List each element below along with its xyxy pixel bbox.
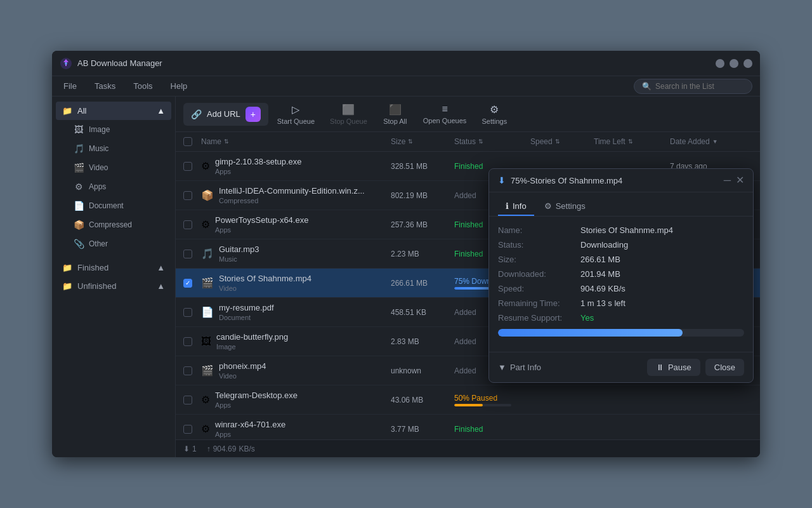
chevron-up-icon: ▲	[157, 106, 165, 116]
status-sort-icon: ⇅	[478, 138, 483, 145]
row6-checkbox[interactable]	[183, 308, 192, 317]
apps-file-icon3: ⚙	[201, 394, 210, 406]
paused-status: 50% Paused	[454, 394, 530, 406]
menu-tools[interactable]: Tools	[129, 79, 156, 93]
gear-icon: ⚙	[490, 104, 499, 116]
popup-progress-section	[498, 329, 744, 337]
sidebar-item-video[interactable]: 🎬 Video	[56, 158, 171, 177]
other-icon: 📎	[74, 239, 84, 249]
table-row[interactable]: ⚙ winrar-x64-701.exe Apps 3.77 MB Finish…	[176, 415, 760, 439]
popup-progress-bar-bg	[498, 329, 744, 337]
row1-checkbox[interactable]	[183, 162, 192, 171]
name-sort-icon: ⇅	[224, 138, 229, 145]
settings-button[interactable]: ⚙ Settings	[475, 100, 513, 129]
popup-titlebar: ⬇ 75%-Stories Of Shahnme.mp4 ─ ✕	[489, 169, 753, 192]
popup-tab-info[interactable]: ℹ Info	[498, 197, 534, 216]
file-info: Guitar.mp3 Music	[219, 244, 259, 263]
col-size: Size ⇅	[391, 137, 454, 146]
row2-checkbox[interactable]	[183, 191, 192, 200]
menu-tasks[interactable]: Tasks	[91, 79, 119, 93]
file-info: gimp-2.10.38-setup.exe Apps	[215, 157, 302, 175]
main-window: AB Download Manager ─ □ ✕ File Tasks Too…	[52, 51, 760, 457]
download-count-icon: ⬇	[183, 444, 190, 453]
popup-close-button[interactable]: ✕	[736, 175, 744, 185]
file-info: my-resume.pdf Document	[219, 303, 274, 321]
popup-tabs: ℹ Info ⚙ Settings	[489, 192, 753, 217]
col-status: Status ⇅	[454, 137, 530, 146]
apps-file-icon4: ⚙	[201, 423, 210, 435]
app-title: AB Download Manager	[77, 58, 162, 68]
file-info: phoneix.mp4 Video	[219, 361, 266, 380]
compressed-file-icon: 📦	[201, 189, 214, 201]
sidebar-item-all[interactable]: 📁 All ▲	[56, 102, 171, 120]
info-size-row: Size: 266.61 MB	[498, 255, 744, 264]
row3-checkbox[interactable]	[183, 220, 192, 229]
row5-checkbox[interactable]: ✓	[183, 279, 192, 288]
sidebar-item-compressed[interactable]: 📦 Compressed	[56, 215, 171, 234]
stop-all-button[interactable]: ⬛ Stop All	[376, 100, 414, 129]
table-row[interactable]: ⚙ Telegram-Desktop.exe Apps 43.06 MB 50%…	[176, 385, 760, 415]
video-file-icon: 🎬	[201, 277, 214, 289]
file-info: Telegram-Desktop.exe Apps	[215, 391, 298, 409]
play-icon: ▷	[292, 104, 299, 116]
add-url-plus-icon: +	[246, 107, 261, 122]
col-time-left: Time Left ⇅	[594, 137, 670, 146]
sidebar-item-music[interactable]: 🎵 Music	[56, 139, 171, 158]
video-icon: 🎬	[74, 163, 84, 173]
sidebar-item-image[interactable]: 🖼 Image	[56, 120, 171, 139]
stop-queue-icon: ⬜	[342, 104, 355, 116]
size-sort-icon: ⇅	[408, 138, 413, 145]
popup-footer: ▼ Part Info ⏸ Pause Close	[489, 352, 753, 382]
select-all-checkbox[interactable]	[183, 137, 192, 146]
search-icon: 🔍	[642, 82, 652, 91]
sidebar-item-unfinished[interactable]: 📁 Unfinished ▲	[56, 277, 171, 295]
row4-checkbox[interactable]	[183, 250, 192, 258]
part-info-toggle[interactable]: ▼ Part Info	[498, 363, 541, 372]
row10-checkbox[interactable]	[183, 425, 192, 434]
search-box[interactable]: 🔍	[634, 79, 752, 94]
status-bar: ⬇ 1 ↑ 904.69 KB/s	[176, 439, 760, 457]
row7-checkbox[interactable]	[183, 337, 192, 346]
popup-minimize-button[interactable]: ─	[724, 175, 731, 185]
time-sort-icon: ⇅	[628, 138, 633, 145]
minimize-button[interactable]: ─	[716, 59, 724, 68]
row9-checkbox[interactable]	[183, 396, 192, 404]
paused-progress-fill	[454, 404, 483, 406]
titlebar: AB Download Manager ─ □ ✕	[52, 51, 760, 76]
menu-file[interactable]: File	[60, 79, 81, 93]
menu-help[interactable]: Help	[167, 79, 192, 93]
window-controls: ─ □ ✕	[716, 59, 752, 68]
speed-icon: ↑	[207, 444, 211, 453]
category-list: 🖼 Image 🎵 Music 🎬 Video ⚙ Apps 📄 D	[52, 120, 175, 253]
document-icon: 📄	[74, 201, 84, 211]
stop-queue-button[interactable]: ⬜ Stop Queue	[324, 100, 374, 129]
close-popup-button[interactable]: Close	[705, 359, 744, 376]
pause-button[interactable]: ⏸ Pause	[647, 359, 700, 376]
file-info: winrar-x64-701.exe Apps	[215, 420, 285, 438]
download-detail-popup: ⬇ 75%-Stories Of Shahnme.mp4 ─ ✕ ℹ Info …	[488, 168, 754, 383]
start-queue-button[interactable]: ▷ Start Queue	[271, 100, 321, 129]
pause-icon: ⏸	[656, 363, 664, 372]
speed-sort-icon: ⇅	[555, 138, 560, 145]
col-date-added: Date Added ▼	[670, 137, 752, 146]
search-input[interactable]	[655, 82, 744, 91]
open-queues-button[interactable]: ≡ Open Queues	[417, 100, 473, 128]
add-url-button[interactable]: 🔗 Add URL +	[183, 103, 268, 126]
queues-icon: ≡	[442, 104, 447, 115]
close-button[interactable]: ✕	[743, 59, 752, 68]
chevron-up-icon-unfinished: ▲	[157, 281, 165, 291]
image-file-icon: 🖼	[201, 336, 211, 347]
popup-tab-settings[interactable]: ⚙ Settings	[537, 197, 593, 216]
compressed-icon: 📦	[74, 220, 84, 230]
sidebar-item-finished[interactable]: 📁 Finished ▲	[56, 258, 171, 277]
maximize-button[interactable]: □	[730, 59, 738, 68]
popup-action-buttons: ⏸ Pause Close	[647, 359, 744, 376]
sidebar-item-apps[interactable]: ⚙ Apps	[56, 177, 171, 196]
info-resume-row: Resume Support: Yes	[498, 313, 744, 323]
sidebar-item-document[interactable]: 📄 Document	[56, 196, 171, 215]
video-file-icon2: 🎬	[201, 364, 214, 377]
sidebar-item-other[interactable]: 📎 Other	[56, 234, 171, 253]
apps-icon: ⚙	[74, 182, 84, 192]
row8-checkbox[interactable]	[183, 366, 192, 375]
link-icon: 🔗	[191, 109, 202, 119]
